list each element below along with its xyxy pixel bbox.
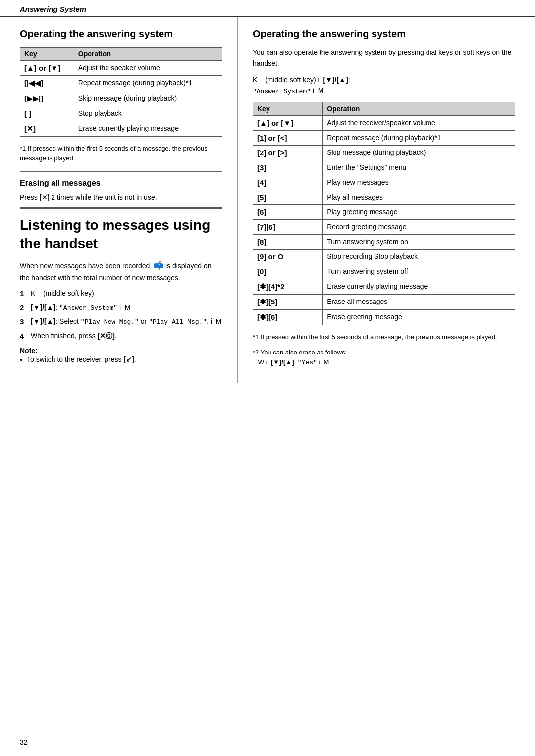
note-item-1: To switch to the receiver, press [↙]. [20,354,222,365]
page: Answering System Operating the answering… [0,0,535,756]
table1-col-op: Operation [74,48,222,61]
steps-list: 1 K (middle soft key) 2 [▼]/[▲]: "Answer… [20,288,222,342]
op-cell: Play new messages [323,175,515,190]
left-section1-title: Operating the answering system [20,27,222,40]
table-row: [✱][5]Erase all messages [253,294,515,309]
key-cell: [✱][6] [253,309,323,325]
table-row: [2] or [>]Skip message (during playback) [253,145,515,160]
table-row: [✱][4]*2Erase currently playing message [253,279,515,294]
left-section2-text: Press [✕] 2 times while the unit is not … [20,192,222,202]
table2-col-key: Key [253,102,323,115]
step-2: 2 [▼]/[▲]: "Answer System" i M [20,302,222,314]
key-cell: [✱][5] [253,294,323,309]
op-cell: Erase all messages [323,294,515,309]
key-cell: [✱][4]*2 [253,279,323,294]
table-row: [✱][6]Erase greeting message [253,309,515,325]
op-cell: Stop playback [74,106,222,121]
step-3: 3 [▼]/[▲]: Select "Play New Msg." or "Pl… [20,316,222,328]
right-section1-title: Operating the answering system [253,27,515,40]
table-row: [ ]Stop playback [20,106,222,121]
dark-divider [20,207,222,209]
table-row: [▶▶|]Skip message (during playback) [20,91,222,106]
key-cell: [5] [253,190,323,204]
table-row: [1] or [<]Repeat message (during playbac… [253,130,515,145]
key-cell: [2] or [>] [253,145,323,160]
note-section: Note: To switch to the receiver, press [… [20,347,222,365]
left-key-table: Key Operation [▲] or [▼]Adjust the speak… [20,47,222,137]
table-row: [▲] or [▼]Adjust the receiver/speaker vo… [253,115,515,130]
table-row: [7][6]Record greeting message [253,219,515,234]
right-column: Operating the answering system You can a… [238,17,535,383]
page-header: Answering System [0,0,535,17]
op-cell: Record greeting message [323,219,515,234]
right-key-table: Key Operation [▲] or [▼]Adjust the recei… [253,102,515,325]
content-area: Operating the answering system Key Opera… [0,17,535,383]
step-1: 1 K (middle soft key) [20,288,222,300]
key-cell: [7][6] [253,219,323,234]
op-cell: Play greeting message [323,204,515,219]
op-cell: Adjust the speaker volume [74,61,222,76]
key-cell: [✕] [20,121,74,137]
table-row: [6]Play greeting message [253,204,515,219]
op-cell: Turn answering system off [323,264,515,279]
op-cell: Erase currently playing message [74,121,222,137]
table-row: [4]Play new messages [253,175,515,190]
right-section1-text: You can also operate the answering syste… [253,47,515,69]
op-cell: Skip message (during playback) [74,91,222,106]
table1-col-key: Key [20,48,74,61]
op-cell: Erase currently playing message [323,279,515,294]
big-section-text: When new messages have been recorded, 📫 … [20,259,222,283]
key-cell: [▲] or [▼] [253,115,323,130]
op-cell: Repeat message (during playback)*1 [323,130,515,145]
table-row: [|◀◀]Repeat message (during playback)*1 [20,76,222,91]
table-row: [✕]Erase currently playing message [20,121,222,137]
table-row: [8]Turn answering system on [253,234,515,249]
op-cell: Erase greeting message [323,309,515,325]
op-cell: Repeat message (during playback)*1 [74,76,222,91]
op-cell: Skip message (during playback) [323,145,515,160]
op-cell: Turn answering system on [323,234,515,249]
key-cell: [4] [253,175,323,190]
table-row: [▲] or [▼]Adjust the speaker volume [20,61,222,76]
key-cell: [0] [253,264,323,279]
op-cell: Enter the "Settings" menu [323,160,515,175]
key-cell: [▶▶|] [20,91,74,106]
key-cell: [1] or [<] [253,130,323,145]
key-cell: [3] [253,160,323,175]
key-cell: [ ] [20,106,74,121]
table-row: [5]Play all messages [253,190,515,204]
table2-col-op: Operation [323,102,515,115]
note-label: Note: [20,347,38,354]
op-cell: Adjust the receiver/speaker volume [323,115,515,130]
op-cell: Stop recording Stop playback [323,249,515,264]
key-cell: [▲] or [▼] [20,61,74,76]
key-cell: [|◀◀] [20,76,74,91]
key-cell: [8] [253,234,323,249]
table-row: [0]Turn answering system off [253,264,515,279]
step-4: 4 When finished, press [✕⓪]. [20,331,222,342]
key-cell: [6] [253,204,323,219]
section-label: Answering System [20,5,86,13]
big-section-title: Listening to messages using the handset [20,216,222,252]
left-column: Operating the answering system Key Opera… [0,17,238,383]
right-footnote1: *1 If pressed within the first 5 seconds… [253,332,515,342]
left-footnote1: *1 If pressed within the first 5 seconds… [20,144,222,163]
key-cell: [9] or O [253,249,323,264]
table-row: [3]Enter the "Settings" menu [253,160,515,175]
left-section2-title: Erasing all messages [20,179,222,188]
page-number: 32 [20,738,28,746]
table-row: [9] or OStop recording Stop playback [253,249,515,264]
page-footer: 32 [20,738,28,746]
op-cell: Play all messages [323,190,515,204]
right-footnote2: *2 You can also erase as follows: W i [▼… [253,348,515,367]
right-section1-note: K (middle soft key) i [▼]/[▲]: "Answer S… [253,74,515,97]
section-divider [20,171,222,172]
